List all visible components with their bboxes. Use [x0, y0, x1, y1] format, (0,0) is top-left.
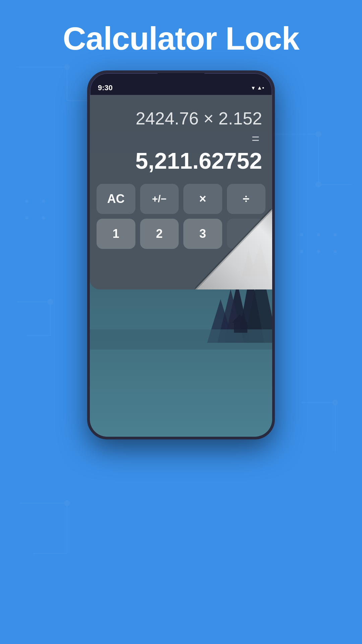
svg-point-16 [333, 400, 338, 405]
phone-notch [158, 73, 204, 83]
svg-point-13 [48, 299, 53, 305]
svg-rect-37 [234, 323, 247, 333]
calc-btn-ac[interactable]: AC [97, 184, 135, 214]
phone-power-button [274, 133, 275, 160]
calc-btn-1[interactable]: 1 [97, 219, 135, 249]
status-time: 9:30 [98, 84, 113, 92]
svg-point-26 [317, 233, 320, 236]
phone-frame: 9:30 ▾ ▲▪ 2424.76 × 2.152 = 5,211.62752 … [87, 70, 275, 439]
svg-point-20 [64, 500, 70, 506]
svg-point-30 [334, 250, 337, 253]
svg-point-9 [316, 182, 321, 187]
calculator-screen: 2424.76 × 2.152 = 5,211.62752 AC +/− × ÷… [90, 95, 272, 289]
svg-point-25 [300, 233, 303, 236]
svg-point-28 [300, 250, 303, 253]
svg-point-3 [64, 64, 70, 70]
wifi-icon: ▾ [252, 84, 255, 92]
calc-btn-plusminus[interactable]: +/− [140, 184, 179, 214]
page-title: Calculator Lock [0, 20, 362, 57]
phone-volume-button-right [274, 167, 275, 207]
calc-equals-sign: = [100, 131, 262, 146]
svg-point-23 [25, 217, 28, 219]
calc-btn-2[interactable]: 2 [140, 219, 179, 249]
calc-display: 2424.76 × 2.152 = 5,211.62752 [90, 95, 272, 180]
svg-point-24 [42, 217, 45, 219]
calc-result: 5,211.62752 [100, 148, 262, 174]
svg-point-29 [317, 250, 320, 253]
calc-expression: 2424.76 × 2.152 [100, 108, 262, 128]
svg-point-22 [42, 200, 45, 203]
svg-point-27 [334, 233, 337, 236]
svg-point-8 [316, 131, 321, 137]
signal-icon: ▲▪ [257, 85, 264, 91]
status-icons: ▾ ▲▪ [252, 84, 264, 92]
svg-point-21 [25, 200, 28, 203]
phone-volume-button [87, 147, 88, 187]
status-bar: 9:30 ▾ ▲▪ [98, 83, 264, 93]
